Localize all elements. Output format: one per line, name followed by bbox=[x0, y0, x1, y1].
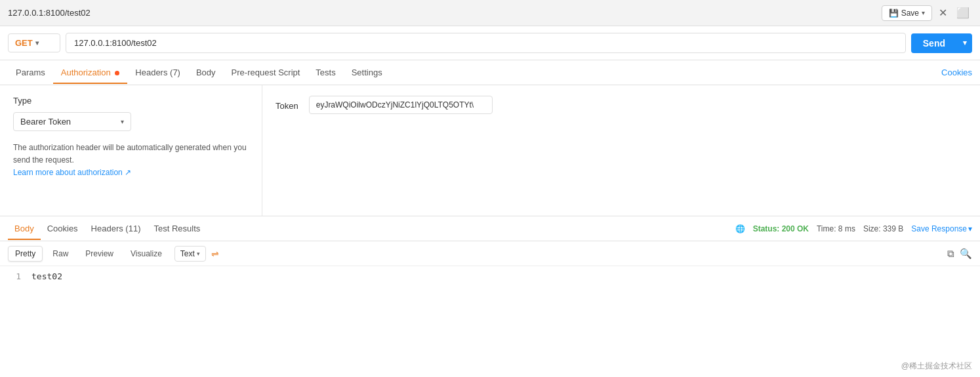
time-text: Time: 8 ms bbox=[817, 224, 855, 233]
response-tab-test-results[interactable]: Test Results bbox=[147, 218, 207, 240]
method-chevron-icon: ▾ bbox=[35, 39, 39, 47]
response-tab-cookies[interactable]: Cookies bbox=[41, 218, 85, 240]
minimize-button[interactable]: ✕ bbox=[936, 5, 950, 20]
save-icon: 💾 bbox=[889, 9, 899, 18]
tab-authorization[interactable]: Authorization bbox=[53, 62, 128, 84]
wrap-button[interactable]: ⇌ bbox=[211, 248, 219, 259]
format-right-icons: ⧉ 🔍 bbox=[947, 248, 972, 260]
save-label: Save bbox=[901, 9, 919, 18]
size-text: Size: 339 B bbox=[863, 224, 903, 233]
maximize-button[interactable]: ⬜ bbox=[954, 5, 972, 20]
pretty-button[interactable]: Pretty bbox=[8, 246, 43, 262]
auth-right: Token bbox=[262, 85, 980, 216]
type-chevron-icon: ▾ bbox=[121, 118, 124, 125]
request-tabs-bar: Params Authorization Headers (7) Body Pr… bbox=[0, 60, 980, 85]
tab-body[interactable]: Body bbox=[188, 62, 224, 84]
save-button[interactable]: 💾 Save ▾ bbox=[882, 5, 932, 21]
response-tabs-bar: Body Cookies Headers (11) Test Results 🌐… bbox=[0, 216, 980, 241]
auth-left: Type Bearer Token ▾ The authorization he… bbox=[0, 85, 262, 216]
top-bar-actions: 💾 Save ▾ ✕ ⬜ bbox=[882, 5, 972, 21]
save-response-label: Save Response bbox=[911, 224, 967, 233]
page-title: 127.0.0.1:8100/test02 bbox=[8, 8, 91, 18]
save-response-chevron-icon: ▾ bbox=[968, 224, 972, 233]
auth-panel: Type Bearer Token ▾ The authorization he… bbox=[0, 85, 980, 216]
format-type-label: Text bbox=[180, 249, 195, 258]
method-select[interactable]: GET ▾ bbox=[8, 33, 60, 52]
tab-tests[interactable]: Tests bbox=[308, 62, 343, 84]
preview-button[interactable]: Preview bbox=[78, 246, 121, 262]
send-label: Send bbox=[911, 33, 957, 53]
authorization-dot bbox=[115, 71, 119, 75]
save-chevron-icon: ▾ bbox=[922, 9, 925, 16]
token-input[interactable] bbox=[309, 96, 493, 114]
response-tab-headers[interactable]: Headers (11) bbox=[85, 218, 148, 240]
code-line: 1 test02 bbox=[8, 271, 972, 281]
send-button[interactable]: Send ▾ bbox=[911, 33, 972, 53]
code-area: 1 test02 bbox=[0, 266, 980, 287]
url-input[interactable] bbox=[66, 33, 906, 53]
method-label: GET bbox=[15, 38, 33, 48]
line-content: test02 bbox=[31, 271, 62, 281]
visualize-button[interactable]: Visualize bbox=[123, 246, 169, 262]
type-value: Bearer Token bbox=[20, 117, 71, 127]
tab-pre-request-script[interactable]: Pre-request Script bbox=[224, 62, 308, 84]
cookies-link[interactable]: Cookies bbox=[941, 68, 972, 77]
url-bar: GET ▾ Send ▾ bbox=[0, 26, 980, 60]
learn-more-link[interactable]: Learn more about authorization ↗ bbox=[13, 168, 131, 177]
format-type-chevron-icon: ▾ bbox=[197, 250, 200, 257]
token-label: Token bbox=[276, 96, 298, 111]
response-status: 🌐 Status: 200 OK Time: 8 ms Size: 339 B … bbox=[735, 224, 972, 233]
top-bar: 127.0.0.1:8100/test02 💾 Save ▾ ✕ ⬜ bbox=[0, 0, 980, 26]
send-arrow-icon[interactable]: ▾ bbox=[958, 34, 972, 52]
watermark: @稀土掘金技术社区 bbox=[901, 361, 972, 372]
response-tab-body[interactable]: Body bbox=[8, 218, 41, 240]
format-type-select[interactable]: Text ▾ bbox=[174, 246, 206, 262]
raw-button[interactable]: Raw bbox=[45, 246, 75, 262]
format-bar: Pretty Raw Preview Visualize Text ▾ ⇌ ⧉ … bbox=[0, 241, 980, 266]
globe-icon: 🌐 bbox=[735, 224, 745, 233]
line-number: 1 bbox=[8, 271, 21, 281]
status-text: Status: 200 OK bbox=[753, 224, 809, 233]
type-label: Type bbox=[13, 96, 249, 106]
save-response-button[interactable]: Save Response ▾ bbox=[911, 224, 972, 233]
copy-button[interactable]: ⧉ bbox=[947, 248, 954, 260]
tab-settings[interactable]: Settings bbox=[344, 62, 390, 84]
auth-info-text: The authorization header will be automat… bbox=[13, 142, 249, 180]
tab-params[interactable]: Params bbox=[8, 62, 53, 84]
tab-headers[interactable]: Headers (7) bbox=[127, 62, 188, 84]
search-button[interactable]: 🔍 bbox=[960, 248, 972, 260]
type-select[interactable]: Bearer Token ▾ bbox=[13, 112, 131, 131]
